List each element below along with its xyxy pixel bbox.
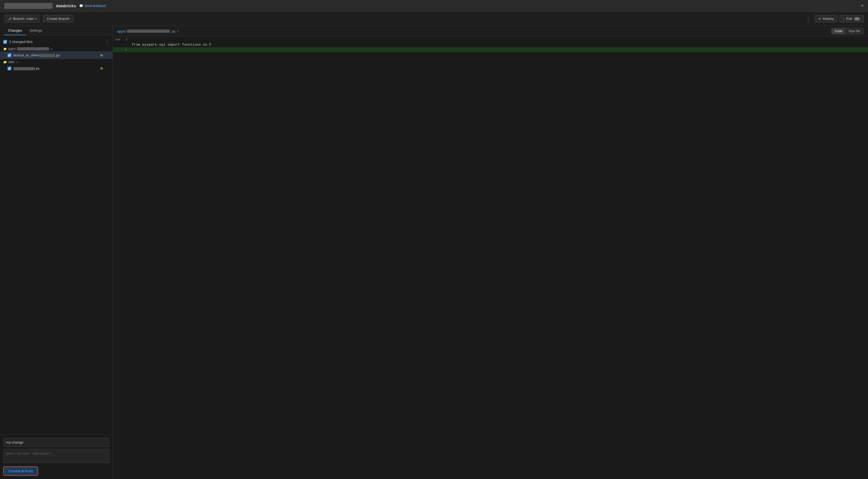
file-external-link-icon[interactable]: ↗ (177, 30, 179, 33)
line-number-1 (113, 42, 124, 47)
pull-button[interactable]: ↓ Pull 13 (840, 15, 864, 22)
cmd-num: 1 (124, 37, 130, 42)
file-list-header: 2 changed files ⋮ (0, 38, 113, 46)
file-name-bronze: bronze_to_silver.py (13, 53, 98, 57)
history-icon: ↩ (818, 17, 821, 21)
left-panel: Changes Settings 2 changed files ⋮ 📁 app… (0, 26, 113, 479)
main-content: Changes Settings 2 changed files ⋮ 📁 app… (0, 26, 868, 479)
file-status-utils: M (100, 67, 103, 70)
toolbar-more-button[interactable]: ⋮ (804, 15, 813, 23)
file-item-bronze[interactable]: bronze_to_silver.py M ⋮ (0, 51, 113, 59)
commit-push-button[interactable]: Commit & Push (3, 467, 38, 476)
branch-icon: ⎇ (7, 17, 11, 21)
file-path-prefix: apps/ (117, 29, 126, 33)
view-toggle: Code Raw file (831, 28, 864, 34)
file-header: apps/ .py ↗ Code Raw file (113, 26, 868, 37)
chat-icon: 💬 (79, 4, 83, 8)
file-status-bronze: M (100, 54, 103, 57)
folder-utils-name: utils/ (8, 60, 15, 64)
line-marker-1 (124, 42, 130, 47)
code-diff: Cmd 1 from pyspark.sql import functions … (113, 37, 868, 479)
brand-name: databricks (56, 3, 76, 8)
file-checkbox-bronze[interactable] (7, 54, 11, 57)
line-content-1: from pyspark.sql import functions as F (130, 42, 868, 47)
diff-line-added: + (113, 47, 868, 52)
cmd-label: Cmd (113, 37, 124, 42)
tabs: Changes Settings (0, 26, 113, 35)
logo-placeholder (4, 3, 53, 9)
toolbar-right: ⋮ ↩ History ↓ Pull 13 (804, 15, 864, 23)
filename-blur (39, 54, 55, 57)
file-name-utils: .py (13, 66, 98, 70)
file-path-suffix: .py (171, 29, 175, 33)
external-link-icon[interactable]: ↗ (50, 47, 52, 51)
file-item-utils[interactable]: .py M ⋮ (0, 64, 113, 72)
folder-utils: 📁 utils/ ↗ (0, 59, 113, 64)
file-list-more-button[interactable]: ⋮ (105, 39, 109, 44)
close-button[interactable]: × (861, 3, 864, 9)
line-content-added (130, 47, 868, 52)
top-bar-left: databricks 💬 Send feedback (4, 3, 106, 9)
branch-selector[interactable]: ⎇ Branch: main ▾ (4, 15, 40, 23)
external-link-utils-icon[interactable]: ↗ (16, 61, 18, 64)
folder-icon: 📁 (3, 47, 7, 51)
right-panel: apps/ .py ↗ Code Raw file Cmd 1 (113, 26, 868, 479)
toolbar: ⎇ Branch: main ▾ Create Branch ⋮ ↩ Histo… (0, 12, 868, 26)
cmd-row: Cmd 1 (113, 37, 868, 42)
commit-section: Commit & Push (0, 435, 113, 479)
line-marker-added: + (124, 47, 130, 52)
line-number-added (113, 47, 124, 52)
send-feedback-link[interactable]: 💬 Send feedback (79, 4, 106, 8)
select-all-checkbox[interactable] (3, 40, 7, 44)
history-button[interactable]: ↩ History (815, 15, 837, 22)
file-path: apps/ .py ↗ (117, 29, 829, 33)
pull-count-badge: 13 (854, 17, 860, 21)
create-branch-button[interactable]: Create Branch (43, 15, 73, 22)
description-input[interactable] (3, 449, 109, 463)
branch-label: Branch: main (13, 17, 34, 21)
chevron-down-icon: ▾ (35, 17, 37, 20)
filename-blur-utils (13, 67, 35, 70)
folder-apps-name: apps/ (8, 47, 16, 51)
tab-settings[interactable]: Settings (26, 26, 46, 35)
changed-files-count: 2 changed files (9, 40, 103, 44)
file-list: 2 changed files ⋮ 📁 apps/ ↗ bronze_to_si… (0, 35, 113, 435)
commit-message-input[interactable] (3, 438, 109, 447)
tab-changes[interactable]: Changes (4, 26, 26, 35)
raw-file-button[interactable]: Raw file (845, 28, 863, 34)
diff-table: Cmd 1 from pyspark.sql import functions … (113, 37, 868, 52)
code-view-button[interactable]: Code (832, 28, 846, 34)
folder-path-blur (17, 47, 49, 51)
file-path-blur (127, 30, 170, 33)
diff-line-1: from pyspark.sql import functions as F (113, 42, 868, 47)
folder-apps: 📁 apps/ ↗ (0, 46, 113, 51)
pull-icon: ↓ (843, 17, 845, 21)
top-bar: databricks 💬 Send feedback × (0, 0, 868, 12)
file-checkbox-utils[interactable] (7, 67, 11, 70)
folder-icon-utils: 📁 (3, 60, 7, 64)
